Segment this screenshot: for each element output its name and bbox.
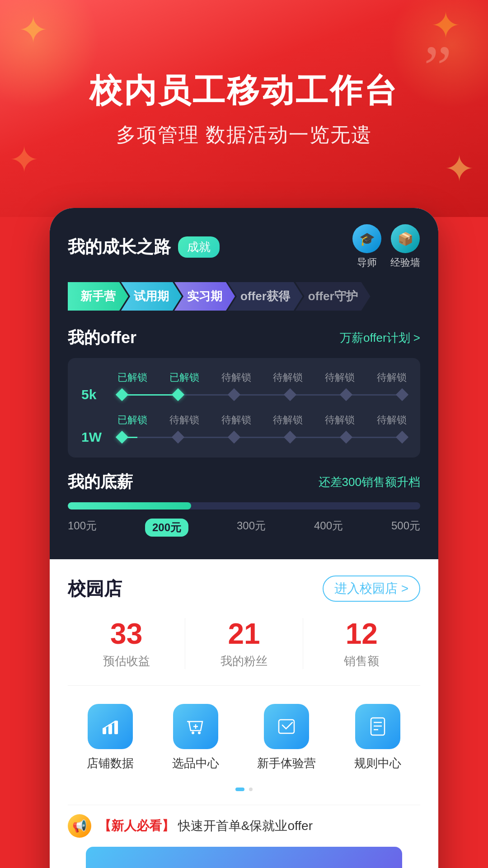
experience-label: 经验墙 [390, 256, 420, 269]
notice-highlight: 【新人必看】 [99, 819, 174, 833]
bottom-section [86, 847, 402, 868]
marker-300: 300元 [237, 519, 266, 537]
marker-500: 500元 [391, 519, 420, 537]
node-5k-6 [396, 388, 408, 401]
product-center-label: 选品中心 [172, 755, 219, 771]
product-center-icon [173, 704, 218, 749]
node-1w-3 [228, 431, 240, 443]
salary-title: 我的底薪 [68, 471, 133, 493]
white-section: 校园店 进入校园店 > 33 预估收益 21 我的粉丝 12 销售额 [50, 559, 438, 868]
svg-point-4 [198, 731, 201, 734]
node-label-1w-3: 待解锁 [221, 413, 251, 427]
action-product-center[interactable]: 选品中心 [172, 704, 219, 771]
salary-section: 我的底薪 还差300销售额升档 100元 200元 300元 400元 500元 [68, 471, 420, 537]
firework-2: ✦ [431, 5, 461, 47]
hero-title: 校内员工移动工作台 [89, 69, 399, 113]
svg-rect-2 [114, 721, 118, 734]
actions-row: 店铺数据 选品中心 [68, 704, 420, 771]
node-5k-2 [172, 388, 184, 401]
salary-progress-link[interactable]: 还差300销售额升档 [319, 474, 420, 490]
node-1w-1 [116, 431, 128, 443]
salary-markers: 100元 200元 300元 400元 500元 [68, 519, 420, 537]
node-label-1w-5: 待解锁 [325, 413, 355, 427]
growth-left: 我的成长之路 成就 [68, 236, 220, 259]
node-label-5k-5: 待解锁 [325, 371, 355, 384]
offer-section: 我的offer 万薪offer计划 > 已解锁 已解锁 待解锁 待解锁 待解锁 … [68, 327, 420, 458]
node-5k-4 [284, 388, 296, 401]
node-label-1w-1: 已解锁 [117, 413, 147, 427]
beginner-camp-icon [264, 704, 309, 749]
mentor-button[interactable]: 🎓 导师 [352, 224, 381, 269]
campus-store-link[interactable]: 进入校园店 > [323, 576, 420, 602]
node-label-5k-4: 待解锁 [273, 371, 303, 384]
marker-200-current: 200元 [145, 519, 188, 537]
node-label-5k-3: 待解锁 [221, 371, 251, 384]
notice-icon: 📢 [68, 814, 91, 838]
fans-value: 21 [228, 618, 260, 650]
node-1w-2 [172, 431, 184, 443]
offer-grid: 已解锁 已解锁 待解锁 待解锁 待解锁 待解锁 5k [68, 358, 420, 458]
store-data-icon [88, 704, 133, 749]
store-data-label: 店铺数据 [87, 755, 134, 771]
node-label-5k-6: 待解锁 [377, 371, 407, 384]
stage-offer-get[interactable]: offer获得 [228, 282, 303, 311]
rules-center-icon [355, 704, 400, 749]
salary-progress-fill [68, 502, 191, 509]
offer-header: 我的offer 万薪offer计划 > [68, 327, 420, 349]
earnings-label: 预估收益 [103, 653, 150, 669]
firework-4: ✦ [444, 148, 474, 190]
mentor-icon: 🎓 [352, 224, 381, 253]
node-label-1w-4: 待解锁 [273, 413, 303, 427]
growth-header: 我的成长之路 成就 🎓 导师 📦 经验墙 [68, 224, 420, 269]
salary-header: 我的底薪 还差300销售额升档 [68, 471, 420, 493]
action-store-data[interactable]: 店铺数据 [87, 704, 134, 771]
dots-indicator [68, 788, 420, 791]
offer-plan-link[interactable]: 万薪offer计划 > [340, 330, 420, 346]
action-beginner-camp[interactable]: 新手体验营 [257, 704, 316, 771]
action-rules-center[interactable]: 规则中心 [354, 704, 401, 771]
stage-beginner[interactable]: 新手营 [68, 282, 128, 311]
stage-trial[interactable]: 试用期 [121, 282, 182, 311]
sales-label: 销售额 [344, 653, 379, 669]
experience-button[interactable]: 📦 经验墙 [390, 224, 420, 269]
hero-section: ” ✦ ✦ ✦ ✦ 校内员工移动工作台 多项管理 数据活动一览无遗 [0, 0, 488, 217]
sales-value: 12 [346, 618, 378, 650]
node-1w-6 [396, 431, 408, 443]
dot-inactive [249, 788, 253, 791]
svg-rect-5 [279, 720, 294, 733]
stat-fans: 21 我的粉丝 [185, 618, 303, 669]
offer-amount-5k: 5k [81, 387, 117, 402]
fans-label: 我的粉丝 [221, 653, 267, 669]
earnings-value: 33 [110, 618, 142, 650]
notice-text: 【新人必看】 快速开首单&保就业offer [99, 817, 313, 835]
offer-title: 我的offer [68, 327, 136, 349]
stage-offer-guard[interactable]: offer守护 [296, 282, 371, 311]
offer-amount-1w: 1W [81, 429, 117, 445]
notice-banner[interactable]: 📢 【新人必看】 快速开首单&保就业offer [68, 805, 420, 847]
phone-card: 我的成长之路 成就 🎓 导师 📦 经验墙 新手营 试用期 [50, 208, 438, 868]
node-5k-3 [228, 388, 240, 401]
campus-store-title: 校园店 [68, 576, 122, 601]
rules-center-label: 规则中心 [354, 755, 401, 771]
node-1w-4 [284, 431, 296, 443]
node-1w-5 [340, 431, 352, 443]
stats-row: 33 预估收益 21 我的粉丝 12 销售额 [68, 618, 420, 686]
node-label-1w-2: 待解锁 [169, 413, 199, 427]
stat-sales: 12 销售额 [303, 618, 420, 669]
dot-active [235, 788, 244, 791]
quote-decoration: ” [424, 36, 452, 99]
dark-section: 我的成长之路 成就 🎓 导师 📦 经验墙 新手营 试用期 [50, 208, 438, 559]
hero-subtitle: 多项管理 数据活动一览无遗 [116, 122, 372, 148]
salary-progress-bar [68, 502, 420, 509]
achievement-badge: 成就 [178, 236, 220, 258]
campus-store-header: 校园店 进入校园店 > [68, 576, 420, 602]
stat-earnings: 33 预估收益 [68, 618, 185, 669]
growth-icons: 🎓 导师 📦 经验墙 [352, 224, 420, 269]
node-5k-5 [340, 388, 352, 401]
node-5k-1 [116, 388, 128, 401]
experience-icon: 📦 [391, 224, 420, 253]
beginner-camp-label: 新手体验营 [257, 755, 316, 771]
stage-intern[interactable]: 实习期 [174, 282, 235, 311]
svg-point-3 [192, 731, 194, 734]
marker-400: 400元 [314, 519, 343, 537]
